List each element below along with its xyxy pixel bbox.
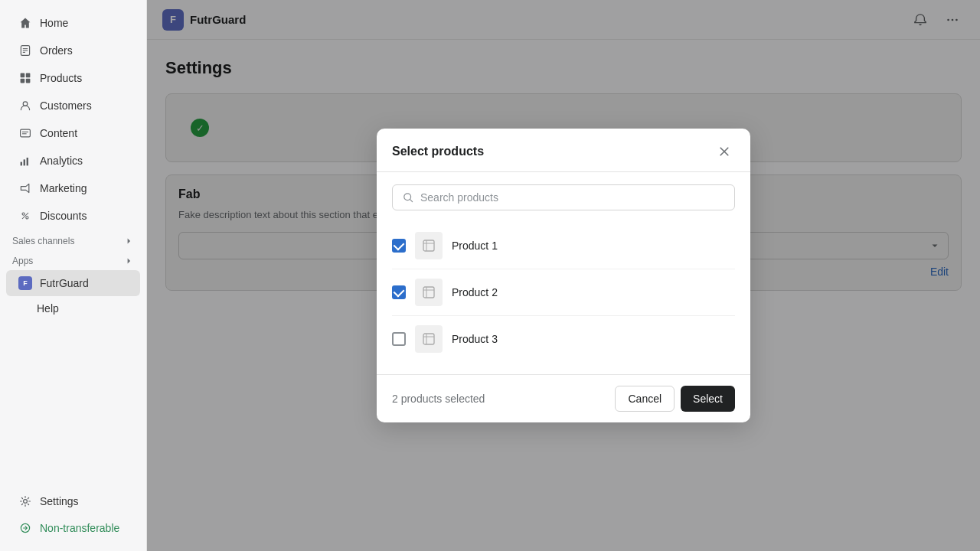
- modal-header: Select products: [377, 129, 750, 172]
- svg-rect-6: [21, 79, 25, 83]
- search-input[interactable]: [420, 191, 725, 204]
- search-icon: [402, 191, 414, 204]
- sidebar-item-analytics[interactable]: Analytics: [6, 148, 140, 174]
- svg-rect-7: [26, 79, 31, 83]
- product-list: Product 1 Product 2: [392, 223, 735, 362]
- product-2-name: Product 2: [452, 286, 498, 298]
- sales-channels-section: Sales channels: [0, 230, 146, 249]
- sidebar-item-products[interactable]: Products: [6, 65, 140, 91]
- svg-rect-14: [27, 158, 28, 165]
- product-2-checkbox[interactable]: [392, 285, 406, 299]
- futrguard-app-icon: F: [18, 276, 32, 290]
- svg-rect-5: [26, 73, 31, 78]
- product-item-2[interactable]: Product 2: [392, 269, 735, 316]
- sidebar-item-marketing[interactable]: Marketing: [6, 175, 140, 201]
- product-1-thumbnail: [415, 232, 443, 259]
- non-transferable-icon: [18, 521, 32, 535]
- sidebar-item-orders[interactable]: Orders: [6, 37, 140, 64]
- product-1-name: Product 1: [452, 240, 498, 252]
- select-products-modal: Select products Prod: [377, 129, 750, 422]
- svg-rect-9: [21, 129, 31, 137]
- sidebar-item-non-transferable[interactable]: Non-transferable: [6, 515, 140, 541]
- svg-line-27: [410, 199, 412, 201]
- sidebar-item-settings[interactable]: Settings: [6, 488, 140, 514]
- sidebar-item-discounts[interactable]: Discounts: [6, 203, 140, 229]
- product-3-name: Product 3: [452, 333, 498, 345]
- sidebar-item-help[interactable]: Help: [6, 298, 140, 319]
- sidebar-item-customers[interactable]: Customers: [6, 93, 140, 119]
- modal-close-button[interactable]: [714, 141, 735, 162]
- settings-icon: [18, 494, 32, 508]
- svg-point-17: [26, 217, 28, 219]
- product-search-box[interactable]: [392, 184, 735, 210]
- orders-icon: [18, 44, 32, 57]
- svg-rect-4: [21, 73, 25, 78]
- sidebar-item-futrguard[interactable]: F FutrGuard: [6, 270, 140, 296]
- home-icon: [18, 16, 32, 30]
- sidebar: Home Orders Products Customers Content A…: [0, 0, 147, 551]
- marketing-icon: [18, 181, 32, 195]
- svg-rect-34: [423, 334, 434, 344]
- product-item-1[interactable]: Product 1: [392, 223, 735, 269]
- svg-rect-31: [423, 287, 434, 298]
- modal-body: Product 1 Product 2: [377, 172, 750, 374]
- select-button[interactable]: Select: [681, 386, 735, 412]
- modal-overlay: Select products Prod: [147, 0, 980, 551]
- svg-rect-12: [21, 162, 22, 166]
- modal-title: Select products: [392, 145, 484, 158]
- svg-point-16: [22, 213, 24, 215]
- product-2-thumbnail: [415, 279, 443, 306]
- product-item-3[interactable]: Product 3: [392, 316, 735, 362]
- svg-rect-13: [24, 159, 25, 165]
- selected-count: 2 products selected: [392, 393, 485, 405]
- sidebar-item-content[interactable]: Content: [6, 120, 140, 146]
- svg-point-19: [24, 500, 28, 504]
- sidebar-bottom: Settings Non-transferable: [0, 487, 146, 542]
- products-icon: [18, 71, 32, 85]
- product-3-thumbnail: [415, 325, 443, 353]
- cancel-button[interactable]: Cancel: [615, 386, 675, 412]
- customers-icon: [18, 99, 32, 112]
- discounts-icon: [18, 209, 32, 223]
- content-icon: [18, 126, 32, 140]
- main-area: F FutrGuard Settings ✓ Fab Fake descript…: [147, 0, 980, 551]
- apps-section: Apps: [0, 249, 146, 269]
- analytics-icon: [18, 154, 32, 168]
- product-3-checkbox[interactable]: [392, 332, 406, 346]
- product-1-checkbox[interactable]: [392, 239, 406, 253]
- modal-footer: 2 products selected Cancel Select: [377, 374, 750, 422]
- svg-line-18: [22, 213, 28, 219]
- sidebar-item-home[interactable]: Home: [6, 10, 140, 36]
- svg-rect-28: [423, 240, 434, 251]
- footer-actions: Cancel Select: [615, 386, 735, 412]
- svg-rect-15: [30, 156, 31, 166]
